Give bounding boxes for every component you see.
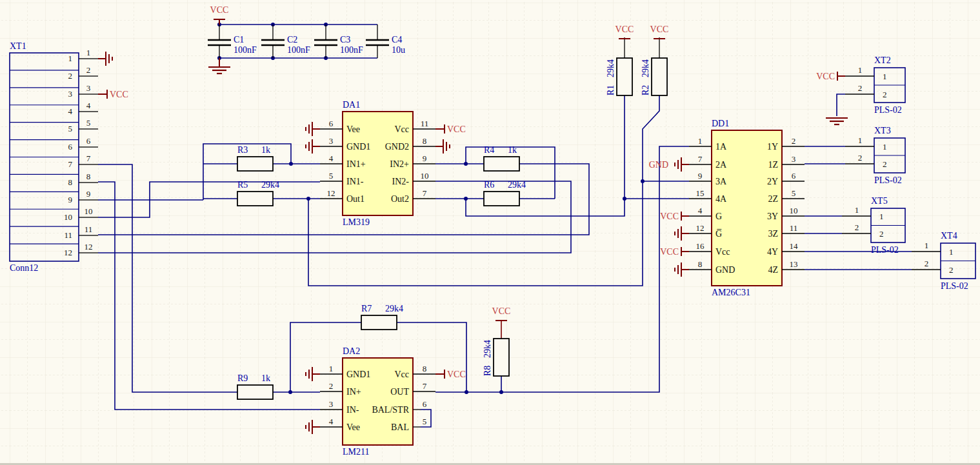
component-value: LM211 — [343, 447, 369, 457]
pin-number: 6 — [329, 119, 334, 128]
pin-number: 6 — [86, 136, 91, 146]
resistor-r1[interactable] — [617, 58, 632, 95]
junction-dot — [306, 197, 310, 201]
junction-dot — [464, 197, 468, 201]
pin-number: 8 — [698, 259, 703, 269]
pin-name: Out1 — [346, 194, 365, 204]
component-ref: DA2 — [343, 346, 360, 356]
junction-dot — [288, 390, 292, 394]
schematic-canvas: C1 100nF C2 100nF C3 100nF C4 10u VCC R3… — [0, 0, 980, 465]
pin-number: 2 — [86, 65, 91, 75]
pin-number: 2 — [883, 159, 887, 169]
pin-number: 7 — [698, 154, 703, 164]
pin-name: 4Y — [767, 247, 778, 257]
component-ref: R2 — [641, 85, 650, 95]
ic-dd1[interactable] — [712, 130, 782, 286]
pin-name: IN1+ — [346, 159, 366, 169]
component-value: 10u — [392, 45, 405, 55]
pin-number: 1 — [855, 205, 859, 215]
component-value: LM319 — [343, 217, 370, 227]
component-value: PLS-02 — [871, 245, 899, 255]
pin-number: 11 — [64, 230, 72, 240]
pin-number: 3 — [68, 89, 73, 99]
pin-number: 4 — [86, 101, 91, 110]
component-value: 1k — [261, 373, 270, 383]
grid-overlay — [0, 0, 980, 465]
pin-number: 2 — [855, 223, 859, 232]
pin-name: OUT — [390, 387, 409, 397]
pin-number: 5 — [86, 118, 91, 128]
component-ref: C1 — [234, 35, 244, 45]
pin-name: GND — [715, 265, 735, 275]
pin-number: 7 — [423, 188, 427, 198]
pin-number: 7 — [423, 381, 427, 391]
component-value: 29k4 — [641, 59, 650, 77]
pin-number: 1 — [858, 135, 863, 145]
component-ref: R8 — [483, 366, 492, 376]
pin-number: 4 — [68, 106, 73, 116]
pin-number: 8 — [423, 136, 427, 146]
pin-number: 12 — [696, 223, 705, 233]
pin-number: 2 — [68, 71, 73, 81]
component-ref: R5 — [237, 180, 248, 190]
pin-number: 5 — [68, 124, 73, 134]
pin-name: G̅ — [715, 229, 722, 239]
pin-number: 1 — [925, 241, 929, 250]
pin-number: 10 — [790, 206, 798, 215]
pin-number: 4 — [329, 417, 334, 426]
vcc-label: VCC — [816, 72, 835, 81]
resistor-r3[interactable] — [237, 157, 273, 171]
pin-name: IN2+ — [390, 159, 409, 169]
pin-name: Out2 — [391, 194, 409, 204]
pin-number: 1 — [883, 72, 887, 81]
pin-number: 1 — [698, 136, 703, 146]
vcc-label: VCC — [615, 25, 634, 34]
pin-number: 2 — [925, 259, 929, 268]
resistor-r9[interactable] — [237, 385, 273, 399]
component-ref: DA1 — [343, 100, 360, 110]
pin-name: Vee — [346, 124, 360, 134]
pin-number: 10 — [64, 212, 72, 222]
pin-number: 5 — [423, 417, 427, 426]
pin-number: 2 — [883, 90, 887, 99]
pin-number: 1 — [68, 54, 73, 63]
resistor-r5[interactable] — [237, 192, 273, 206]
resistor-r7[interactable] — [361, 315, 397, 330]
junction-dot — [499, 390, 503, 394]
pin-number: 12 — [85, 242, 93, 252]
pin-number: 5 — [792, 188, 796, 198]
pin-number: 8 — [423, 364, 427, 373]
component-value: AM26C31 — [712, 288, 750, 297]
resistor-r2[interactable] — [652, 58, 667, 95]
component-value: 29k4 — [508, 180, 526, 190]
component-ref: XT5 — [871, 196, 888, 206]
pin-number: 6 — [423, 399, 427, 409]
pin-number: 7 — [86, 153, 91, 163]
pin-name: G — [715, 212, 722, 221]
pin-number: 3 — [329, 399, 334, 409]
resistor-r6[interactable] — [484, 192, 519, 206]
resistor-r8[interactable] — [494, 339, 509, 376]
pin-number: 3 — [86, 83, 91, 93]
pin-number: 12 — [327, 188, 335, 198]
pin-number: 9 — [698, 171, 703, 181]
component-value: 1k — [261, 145, 270, 155]
pin-name: BAL — [391, 422, 409, 432]
pin-number: 1 — [879, 212, 884, 221]
pin-number: 10 — [421, 171, 429, 181]
resistor-r4[interactable] — [484, 157, 519, 171]
vcc-label: VCC — [110, 90, 128, 99]
component-ref: C2 — [287, 35, 297, 45]
pin-number: 10 — [85, 206, 93, 216]
pin-name: 3Y — [767, 212, 778, 221]
pin-number: 1 — [883, 142, 887, 152]
component-ref: R6 — [484, 180, 494, 190]
pin-name: GND2 — [385, 142, 409, 152]
pin-name: Vee — [346, 422, 360, 432]
pin-name: 2Y — [767, 177, 778, 186]
component-value: 29k4 — [385, 304, 403, 313]
pin-name: IN+ — [346, 387, 361, 397]
pin-number: 11 — [85, 224, 93, 234]
vcc-label: VCC — [660, 247, 679, 257]
pin-number: 1 — [86, 48, 91, 57]
